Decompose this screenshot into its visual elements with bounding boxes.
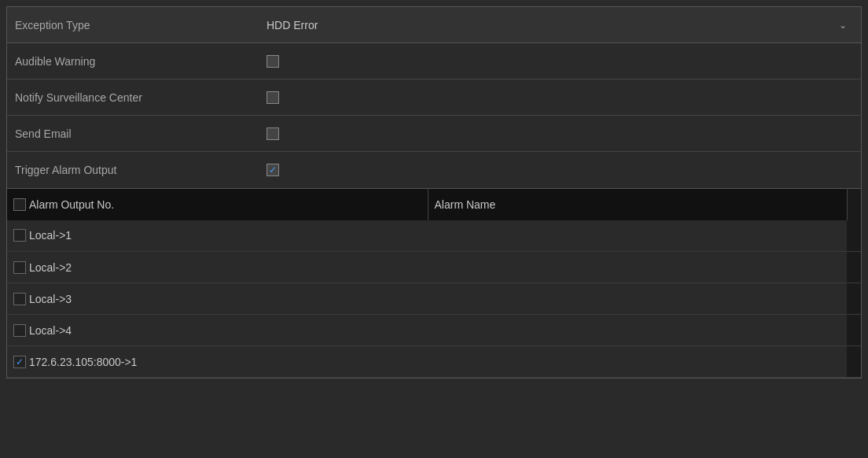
row-local3-checkbox[interactable] — [13, 293, 26, 305]
scroll-col-header — [847, 189, 861, 220]
row-local4-scroll-cell — [847, 315, 861, 346]
send-email-label: Send Email — [15, 127, 267, 140]
row-local1-label: Local->1 — [29, 229, 72, 242]
row-local1-name-cell — [428, 220, 847, 252]
audible-warning-checkbox[interactable] — [267, 55, 279, 68]
row-remote1-checkbox[interactable] — [13, 356, 26, 368]
trigger-alarm-checkbox[interactable] — [267, 164, 279, 176]
notify-checkbox[interactable] — [267, 91, 279, 104]
row-local4-checkbox[interactable] — [13, 324, 26, 337]
row-local1-scroll-cell — [847, 220, 861, 252]
send-email-value-col — [267, 127, 853, 140]
notify-label: Notify Surveillance Center — [15, 91, 267, 104]
notify-row: Notify Surveillance Center — [7, 79, 861, 116]
trigger-alarm-label: Trigger Alarm Output — [15, 164, 267, 176]
row-local4-cell: Local->4 — [7, 315, 428, 346]
row-local4-name-cell — [428, 315, 847, 346]
row-remote1-name-cell — [428, 346, 847, 378]
exception-type-row: Exception Type HDD Error ⌄ — [7, 7, 861, 43]
exception-type-label: Exception Type — [15, 19, 267, 31]
col-alarm-no-header: Alarm Output No. — [7, 189, 428, 220]
row-local2-checkbox[interactable] — [13, 261, 26, 274]
exception-type-value: HDD Error — [267, 19, 839, 31]
alarm-table: Alarm Output No. Alarm Name Local->1Loca… — [7, 188, 861, 378]
row-local2-label: Local->2 — [29, 261, 72, 274]
col-alarm-name-header: Alarm Name — [428, 189, 847, 220]
row-remote1-scroll-cell — [847, 346, 861, 378]
row-local2-cell: Local->2 — [7, 252, 428, 283]
send-email-checkbox[interactable] — [267, 127, 279, 140]
row-local2-name-cell — [428, 252, 847, 283]
table-header-row: Alarm Output No. Alarm Name — [7, 189, 861, 220]
table-row: 172.6.23.105:8000->1 — [7, 346, 861, 378]
audible-warning-row: Audible Warning — [7, 43, 861, 79]
trigger-alarm-value-col — [267, 164, 853, 176]
audible-warning-value-col — [267, 55, 853, 68]
alarm-table-body: Local->1Local->2Local->3Local->4172.6.23… — [7, 220, 861, 378]
table-row: Local->3 — [7, 283, 861, 315]
row-local1-cell: Local->1 — [7, 220, 428, 252]
table-row: Local->4 — [7, 315, 861, 346]
table-row: Local->2 — [7, 252, 861, 283]
row-local3-cell: Local->3 — [7, 283, 428, 315]
row-local1-checkbox[interactable] — [13, 229, 26, 242]
row-local2-scroll-cell — [847, 252, 861, 283]
row-remote1-label: 172.6.23.105:8000->1 — [29, 356, 137, 368]
exception-panel: Exception Type HDD Error ⌄ Audible Warni… — [6, 6, 862, 379]
dropdown-arrow-icon[interactable]: ⌄ — [839, 20, 853, 31]
select-all-checkbox[interactable] — [13, 198, 26, 211]
notify-value-col — [267, 91, 853, 104]
row-local4-label: Local->4 — [29, 324, 72, 337]
table-row: Local->1 — [7, 220, 861, 252]
row-remote1-cell: 172.6.23.105:8000->1 — [7, 346, 428, 378]
trigger-alarm-row: Trigger Alarm Output — [7, 152, 861, 188]
row-local3-label: Local->3 — [29, 293, 72, 305]
audible-warning-label: Audible Warning — [15, 55, 267, 68]
send-email-row: Send Email — [7, 116, 861, 152]
exception-type-value-col: HDD Error ⌄ — [267, 19, 853, 31]
row-local3-name-cell — [428, 283, 847, 315]
row-local3-scroll-cell — [847, 283, 861, 315]
